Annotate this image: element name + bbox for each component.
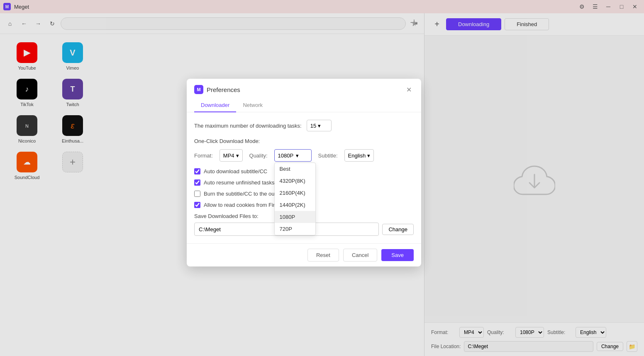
dialog-quality-arrow: ▾ [296, 153, 299, 159]
max-tasks-arrow: ▾ [318, 123, 321, 129]
dialog-subtitle-value: English [348, 153, 366, 159]
one-click-section: One-Click Download Mode: Format: MP4 ▾ Q… [194, 138, 414, 162]
preferences-dialog: M Preferences ✕ Downloader Network The m… [187, 79, 421, 266]
dialog-format-label: Format: [194, 153, 213, 159]
dialog-format-value: MP4 [223, 153, 234, 159]
quality-option-720[interactable]: 720P [275, 223, 315, 235]
dialog-quality-select[interactable]: 1080P ▾ [274, 149, 312, 162]
quality-option-1080[interactable]: 1080P [275, 211, 315, 223]
dialog-tabs: Downloader Network [187, 99, 421, 112]
reset-button[interactable]: Reset [307, 249, 339, 262]
dialog-format-arrow: ▾ [236, 153, 239, 159]
quality-option-4320[interactable]: 4320P(8K) [275, 175, 315, 187]
auto-subtitle-checkbox[interactable] [194, 168, 200, 174]
auto-resume-checkbox[interactable] [194, 179, 200, 186]
save-path-change-button[interactable]: Change [382, 224, 414, 235]
dialog-subtitle-select[interactable]: English ▾ [344, 149, 374, 162]
dialog-logo: M [194, 85, 203, 94]
save-button[interactable]: Save [381, 249, 414, 261]
max-tasks-label: The maximum number of downloading tasks: [194, 123, 302, 129]
quality-option-1440[interactable]: 1440P(2K) [275, 199, 315, 211]
quality-dropdown: Best 4320P(8K) 2160P(4K) 1440P(2K) 1080P… [274, 162, 316, 235]
dialog-subtitle-label: Subtitle: [318, 153, 338, 159]
one-click-label: One-Click Download Mode: [194, 138, 414, 144]
dialog-body: The maximum number of downloading tasks:… [187, 112, 421, 243]
dialog-format-select[interactable]: MP4 ▾ [220, 149, 243, 162]
max-tasks-value: 15 [310, 123, 316, 129]
dialog-quality-label: Quality: [249, 153, 268, 159]
dialog-footer: Reset Cancel Save [187, 243, 421, 266]
max-tasks-select[interactable]: 15 ▾ [307, 120, 332, 131]
dialog-title: Preferences [207, 86, 240, 93]
quality-option-best[interactable]: Best [275, 163, 315, 175]
max-tasks-row: The maximum number of downloading tasks:… [194, 120, 414, 131]
dialog-header: M Preferences ✕ [187, 79, 421, 94]
burn-subtitle-checkbox[interactable] [194, 191, 200, 197]
auto-subtitle-label: Auto download subtitle/CC [204, 168, 267, 174]
quality-option-2160[interactable]: 2160P(4K) [275, 187, 315, 199]
cancel-button[interactable]: Cancel [343, 249, 377, 262]
format-quality-section: Format: MP4 ▾ Quality: 1080P ▾ Best 4320… [194, 149, 414, 162]
dialog-quality-value: 1080P [278, 153, 294, 159]
dialog-title-row: M Preferences [194, 85, 240, 94]
dialog-subtitle-arrow: ▾ [367, 153, 370, 159]
tab-network[interactable]: Network [236, 99, 269, 112]
allow-cookies-checkbox[interactable] [194, 202, 200, 208]
tab-downloader[interactable]: Downloader [194, 99, 236, 112]
quality-dropdown-wrapper: 1080P ▾ Best 4320P(8K) 2160P(4K) 1440P(2… [274, 149, 312, 162]
dialog-close-button[interactable]: ✕ [404, 85, 414, 94]
